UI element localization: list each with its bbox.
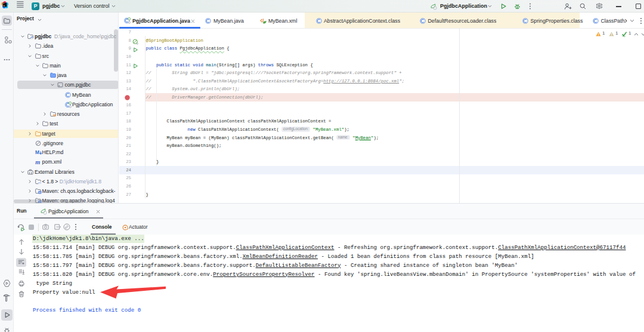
svg-text:M: M [35,149,39,155]
svg-text:m: m [35,159,40,165]
